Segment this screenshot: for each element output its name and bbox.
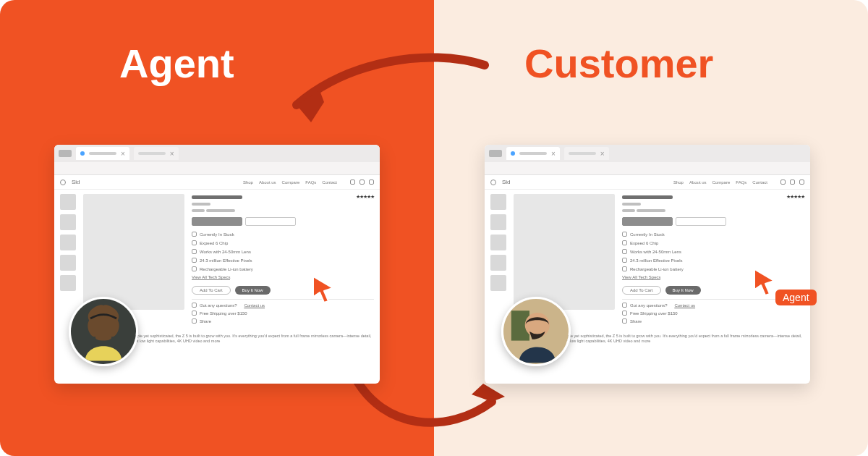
feature-battery: Rechargeable Li-ion battery — [200, 267, 253, 271]
thumbnail[interactable] — [490, 235, 506, 250]
customer-title: Customer — [524, 40, 713, 87]
thumbnail-list — [60, 194, 76, 324]
nav-link[interactable]: FAQs — [736, 180, 746, 185]
battery-icon — [192, 266, 197, 271]
site-nav: Shop About us Compare FAQs Contact — [673, 180, 767, 185]
battery-icon — [622, 266, 627, 271]
star-rating: ★★★★★ — [786, 194, 804, 200]
tab-bar: × × — [54, 145, 380, 162]
questions-label: Got any questions? — [200, 303, 237, 308]
feature-battery: Rechargeable Li-ion battery — [630, 267, 684, 271]
tab-title-placeholder — [519, 152, 547, 155]
feature-chip: Expeed 6 Chip — [630, 241, 658, 245]
truck-icon — [622, 311, 627, 316]
cart-icon[interactable] — [799, 180, 804, 185]
agent-cursor — [311, 275, 336, 304]
search-icon[interactable] — [780, 180, 786, 185]
lens-icon — [192, 249, 197, 254]
thumbnail[interactable] — [60, 275, 76, 291]
thumbnail[interactable] — [60, 214, 76, 230]
variant-option-selected[interactable] — [622, 217, 673, 226]
nav-link[interactable]: Compare — [712, 180, 731, 185]
close-icon[interactable]: × — [170, 150, 174, 158]
nav-link[interactable]: Shop — [243, 180, 253, 185]
feature-stock: Currently In Stock — [630, 232, 665, 237]
stock-icon — [192, 232, 197, 237]
thumbnail[interactable] — [490, 275, 506, 291]
pixels-icon — [622, 258, 627, 263]
site-header: Sid Shop About us Compare FAQs Contact — [485, 175, 810, 190]
variant-picker — [192, 217, 374, 226]
price-placeholder — [622, 203, 641, 206]
questions-label: Got any questions? — [630, 303, 668, 308]
account-icon[interactable] — [790, 180, 795, 185]
stock-icon — [622, 232, 627, 237]
site-name: Sid — [502, 179, 511, 185]
chip-icon — [192, 240, 197, 245]
search-icon[interactable] — [350, 180, 355, 185]
thumbnail[interactable] — [490, 194, 506, 210]
nav-link[interactable]: Compare — [282, 180, 300, 185]
close-icon[interactable]: × — [600, 150, 605, 158]
buy-now-button[interactable]: Buy It Now — [235, 286, 271, 295]
share-link[interactable]: Share — [630, 319, 642, 324]
site-nav: Shop About us Compare FAQs Contact — [243, 180, 337, 185]
close-icon[interactable]: × — [121, 150, 125, 158]
browser-tab-inactive[interactable]: × — [134, 147, 179, 160]
shared-agent-cursor: Agent — [752, 268, 777, 297]
feature-pixels: 24.3 million Effective Pixels — [630, 258, 683, 263]
view-specs-link[interactable]: View All Tech Specs — [622, 275, 660, 280]
window-controls[interactable] — [489, 150, 502, 157]
variant-option-selected[interactable] — [192, 217, 242, 226]
share-link[interactable]: Share — [200, 319, 211, 324]
nav-link[interactable]: About us — [259, 180, 276, 185]
meta-placeholder — [637, 209, 665, 212]
pixels-icon — [192, 258, 197, 263]
product-title-placeholder — [622, 195, 673, 199]
buy-now-button[interactable]: Buy It Now — [665, 286, 701, 295]
account-icon[interactable] — [359, 180, 365, 185]
window-controls[interactable] — [59, 150, 72, 157]
view-specs-link[interactable]: View All Tech Specs — [192, 275, 230, 280]
url-bar[interactable] — [54, 162, 380, 175]
shipping-label: Free Shipping over $150 — [200, 311, 247, 316]
nav-link[interactable]: Shop — [673, 180, 684, 185]
product-title-placeholder — [192, 195, 242, 199]
product-hero-image — [83, 194, 184, 310]
browser-tab-inactive[interactable]: × — [564, 147, 609, 160]
url-bar[interactable] — [485, 162, 810, 175]
star-rating: ★★★★★ — [356, 194, 374, 200]
nav-link[interactable]: FAQs — [305, 180, 316, 185]
thumbnail[interactable] — [60, 194, 76, 210]
customer-avatar — [501, 297, 571, 366]
nav-link[interactable]: Contact — [752, 180, 767, 185]
browser-tab-active[interactable]: × — [506, 147, 560, 160]
thumbnail[interactable] — [490, 214, 506, 230]
nav-link[interactable]: About us — [689, 180, 707, 185]
product-hero-image — [514, 194, 615, 310]
thumbnail[interactable] — [60, 255, 76, 271]
nav-link[interactable]: Contact — [322, 180, 337, 185]
variant-option[interactable] — [676, 217, 726, 226]
contact-us-link[interactable]: Contact us — [674, 303, 695, 308]
contact-us-link[interactable]: Contact us — [244, 303, 265, 308]
variant-option[interactable] — [245, 217, 296, 226]
site-name: Sid — [72, 179, 80, 185]
meta-placeholder — [622, 209, 635, 212]
tab-title-placeholder — [138, 152, 166, 155]
close-icon[interactable]: × — [551, 150, 556, 158]
thumbnail[interactable] — [60, 235, 76, 250]
agent-title: Agent — [119, 40, 234, 87]
browser-tab-active[interactable]: × — [76, 147, 129, 160]
feature-stock: Currently In Stock — [200, 232, 234, 237]
add-to-cart-button[interactable]: Add To Cart — [192, 286, 231, 295]
share-icon — [192, 318, 197, 324]
thumbnail-list — [490, 194, 506, 324]
add-to-cart-button[interactable]: Add To Cart — [622, 286, 661, 295]
tab-title-placeholder — [89, 152, 116, 155]
feature-pixels: 24.3 million Effective Pixels — [200, 258, 252, 263]
cart-icon[interactable] — [369, 180, 374, 185]
cursor-label: Agent — [775, 290, 817, 305]
thumbnail[interactable] — [490, 255, 506, 271]
svg-point-4 — [525, 313, 550, 337]
